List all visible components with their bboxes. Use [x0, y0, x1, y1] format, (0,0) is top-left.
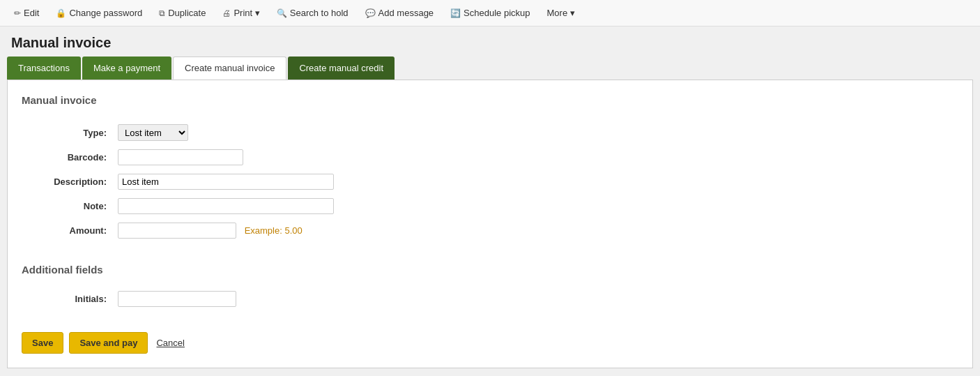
amount-row: Amount: Example: 5.00 — [22, 218, 958, 243]
initials-row: Initials: — [22, 287, 958, 311]
amount-cell: Example: 5.00 — [112, 218, 958, 243]
save-button[interactable]: Save — [22, 332, 63, 354]
duplicate-label: Duplicate — [168, 8, 206, 18]
form-section-title: Manual invoice — [22, 94, 958, 106]
search-to-hold-label: Search to hold — [290, 8, 349, 18]
edit-icon: ✏ — [14, 8, 21, 18]
toolbar: ✏ Edit 🔒 Change password ⧉ Duplicate 🖨 P… — [0, 0, 980, 27]
more-button[interactable]: More ▾ — [540, 3, 582, 22]
type-select[interactable]: Lost item Account fee New card Sundry Re… — [118, 124, 188, 141]
type-label: Type: — [22, 120, 112, 145]
page-title: Manual invoice — [0, 27, 980, 57]
duplicate-icon: ⧉ — [159, 8, 165, 18]
initials-input[interactable] — [118, 291, 236, 307]
change-password-label: Change password — [69, 8, 142, 18]
description-label: Description: — [22, 170, 112, 194]
schedule-pickup-label: Schedule pickup — [464, 8, 530, 18]
tab-transactions[interactable]: Transactions — [7, 57, 81, 80]
initials-label: Initials: — [22, 287, 112, 311]
change-password-button[interactable]: 🔒 Change password — [49, 3, 149, 22]
form-table: Type: Lost item Account fee New card Sun… — [22, 120, 958, 243]
main-content: Manual invoice Type: Lost item Account f… — [7, 80, 973, 368]
tab-make-a-payment[interactable]: Make a payment — [82, 57, 171, 80]
amount-label: Amount: — [22, 218, 112, 243]
schedule-pickup-button[interactable]: 🔄 Schedule pickup — [443, 3, 537, 22]
amount-input[interactable] — [118, 223, 236, 239]
barcode-input[interactable] — [118, 149, 243, 165]
search-icon: 🔍 — [277, 8, 287, 18]
barcode-label: Barcode: — [22, 145, 112, 170]
amount-example: Example: 5.00 — [245, 225, 303, 236]
note-cell — [112, 194, 958, 218]
save-and-pay-button[interactable]: Save and pay — [69, 332, 148, 354]
duplicate-button[interactable]: ⧉ Duplicate — [152, 3, 213, 22]
barcode-cell — [112, 145, 958, 170]
tab-create-manual-credit[interactable]: Create manual credit — [288, 57, 395, 80]
tab-bar: Transactions Make a payment Create manua… — [0, 57, 980, 80]
more-label: More ▾ — [547, 8, 575, 18]
type-cell: Lost item Account fee New card Sundry Re… — [112, 120, 958, 145]
schedule-icon: 🔄 — [450, 8, 461, 18]
description-cell — [112, 170, 958, 194]
initials-cell — [112, 287, 958, 311]
description-input[interactable] — [118, 174, 334, 190]
print-button[interactable]: 🖨 Print ▾ — [215, 3, 266, 22]
note-input[interactable] — [118, 198, 334, 214]
add-message-label: Add message — [378, 8, 434, 18]
add-message-button[interactable]: 💬 Add message — [358, 3, 441, 22]
print-icon: 🖨 — [222, 8, 231, 18]
message-icon: 💬 — [365, 8, 376, 18]
description-row: Description: — [22, 170, 958, 194]
type-row: Type: Lost item Account fee New card Sun… — [22, 120, 958, 145]
tab-create-manual-invoice[interactable]: Create manual invoice — [173, 57, 286, 80]
edit-label: Edit — [24, 8, 39, 18]
note-row: Note: — [22, 194, 958, 218]
lock-icon: 🔒 — [56, 8, 66, 18]
action-buttons: Save Save and pay Cancel — [22, 332, 958, 354]
note-label: Note: — [22, 194, 112, 218]
print-label: Print ▾ — [233, 8, 259, 18]
additional-form-table: Initials: — [22, 287, 958, 311]
barcode-row: Barcode: — [22, 145, 958, 170]
additional-section-title: Additional fields — [22, 264, 958, 276]
cancel-button[interactable]: Cancel — [153, 333, 187, 353]
edit-button[interactable]: ✏ Edit — [7, 3, 46, 22]
search-to-hold-button[interactable]: 🔍 Search to hold — [270, 3, 355, 22]
